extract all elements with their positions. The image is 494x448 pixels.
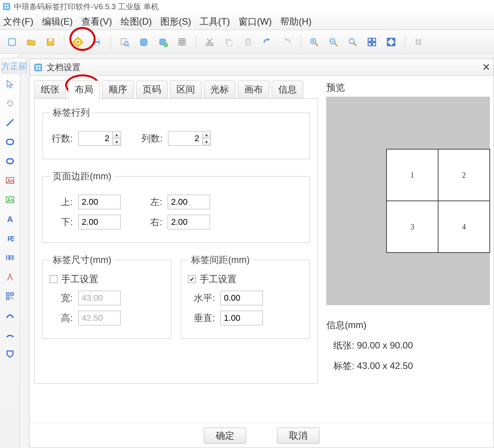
svg-rect-15: [96, 39, 99, 41]
cols-input[interactable]: [168, 131, 203, 146]
svg-marker-41: [284, 38, 287, 41]
cancel-button[interactable]: 取消: [277, 428, 319, 444]
tab-range[interactable]: 区间: [170, 81, 202, 99]
redo-button[interactable]: [279, 35, 294, 49]
gap-legend: 标签间距(mm): [188, 254, 253, 266]
svg-rect-4: [7, 7, 9, 9]
document-tab[interactable]: 方正卻: [2, 58, 27, 74]
paste-button[interactable]: [241, 35, 255, 49]
ok-button[interactable]: 确定: [204, 428, 246, 444]
size-manual-label: 手工设置: [61, 273, 98, 285]
width-input: [78, 291, 121, 305]
svg-rect-16: [96, 43, 99, 45]
svg-point-70: [7, 159, 13, 164]
menu-window[interactable]: 窗口(W): [239, 15, 272, 28]
menu-draw[interactable]: 绘图(D): [121, 15, 152, 28]
margin-group: 页面边距(mm) 上: 左: 下: 右:: [42, 170, 310, 243]
tab-info[interactable]: 信息: [272, 81, 303, 99]
undo-button[interactable]: [260, 35, 275, 49]
menu-edit[interactable]: 编辑(E): [42, 15, 73, 28]
preview-cell-3: 3: [386, 201, 438, 253]
qrcode-tool[interactable]: [2, 288, 18, 304]
svg-line-88: [10, 275, 13, 280]
open-button[interactable]: [24, 35, 39, 49]
svg-rect-65: [416, 42, 418, 44]
gap-manual-label: 手工设置: [200, 273, 237, 285]
ellipse-tool[interactable]: [2, 153, 18, 169]
margin-left-input[interactable]: [168, 195, 210, 209]
preview-label: 预览: [326, 81, 490, 94]
tab-paper[interactable]: 纸张: [34, 81, 66, 99]
app-icon: [2, 2, 11, 11]
menu-help[interactable]: 帮助(H): [280, 15, 311, 28]
print-preview-button[interactable]: [117, 35, 132, 49]
compass-tool[interactable]: [2, 269, 18, 285]
margin-top-input[interactable]: [78, 195, 121, 209]
menu-bar: 文件(F) 编辑(E) 查看(V) 绘图(D) 图形(S) 工具(T) 窗口(W…: [0, 13, 494, 30]
new-doc-button[interactable]: [5, 35, 19, 49]
grid-button[interactable]: [175, 35, 190, 49]
curve-tool[interactable]: [2, 308, 18, 323]
gap-h-label: 水平:: [188, 292, 215, 304]
cols-spinner[interactable]: ▲▼: [203, 131, 211, 146]
arc-tool[interactable]: [2, 327, 18, 342]
print-button[interactable]: [90, 35, 104, 49]
select-tool[interactable]: [2, 76, 18, 92]
zoom-in-button[interactable]: [307, 35, 321, 49]
svg-rect-97: [36, 68, 38, 70]
more-button[interactable]: [411, 35, 426, 49]
rotate-tool[interactable]: [2, 96, 18, 111]
tab-layout[interactable]: 布局: [68, 81, 100, 99]
dialog-title-text: 文档设置: [47, 62, 81, 73]
copy-button[interactable]: [222, 35, 236, 49]
tab-order[interactable]: 顺序: [102, 81, 134, 99]
tab-canvas[interactable]: 画布: [238, 81, 269, 99]
svg-rect-66: [419, 42, 421, 44]
cut-button[interactable]: [202, 35, 217, 49]
menu-file[interactable]: 文件(F): [3, 15, 34, 28]
menu-graphic[interactable]: 图形(S): [160, 15, 191, 28]
info-label-value: 43.00 x 42.50: [357, 360, 413, 371]
tab-page[interactable]: 页码: [136, 81, 168, 99]
image-tool[interactable]: [2, 173, 18, 188]
gap-manual-checkbox[interactable]: ✔ 手工设置: [188, 273, 302, 285]
save-button[interactable]: [43, 35, 58, 49]
margin-top-label: 上:: [50, 196, 73, 208]
gap-v-input[interactable]: [220, 311, 263, 325]
info-label-label: 标签:: [333, 360, 355, 371]
database-add-button[interactable]: +: [156, 35, 170, 49]
picture-tool[interactable]: [2, 192, 18, 207]
margin-right-input[interactable]: [168, 215, 210, 229]
size-manual-checkbox[interactable]: 手工设置: [50, 273, 164, 285]
rows-input[interactable]: [78, 131, 113, 146]
barcode-tool[interactable]: [2, 250, 18, 265]
margin-legend: 页面边距(mm): [50, 170, 114, 182]
info-box: 信息(mm) 纸张: 90.00 x 90.00 标签: 43.00 x 42.…: [326, 315, 490, 376]
fullscreen-button[interactable]: [384, 35, 398, 49]
round-rect-tool[interactable]: [2, 134, 18, 150]
zoom-out-button[interactable]: [326, 35, 341, 49]
zoom-button[interactable]: [345, 35, 360, 49]
polygon-tool[interactable]: [2, 346, 18, 362]
svg-text:+: +: [165, 42, 167, 47]
height-input: [78, 311, 121, 325]
menu-view[interactable]: 查看(V): [81, 15, 112, 28]
close-icon[interactable]: ✕: [482, 61, 491, 73]
svg-rect-92: [11, 297, 12, 298]
rows-label: 行数:: [50, 132, 73, 145]
settings-button[interactable]: [71, 35, 85, 49]
tab-cursor[interactable]: 光标: [204, 81, 235, 99]
text-tool[interactable]: A: [2, 211, 18, 227]
richtext-tool[interactable]: R: [2, 231, 18, 246]
svg-line-43: [315, 43, 318, 46]
fit-window-button[interactable]: [365, 35, 379, 49]
line-tool[interactable]: [2, 115, 18, 130]
rows-spinner[interactable]: ▲▼: [113, 131, 121, 146]
svg-rect-69: [7, 140, 13, 145]
margin-bottom-input[interactable]: [78, 215, 121, 229]
database-button[interactable]: [136, 35, 151, 49]
menu-tool[interactable]: 工具(T): [200, 15, 230, 28]
gap-h-input[interactable]: [220, 291, 263, 305]
info-title: 信息(mm): [326, 315, 490, 335]
title-bar: 中琅条码标签打印软件-V6.5.3 工业版 单机: [0, 0, 494, 13]
